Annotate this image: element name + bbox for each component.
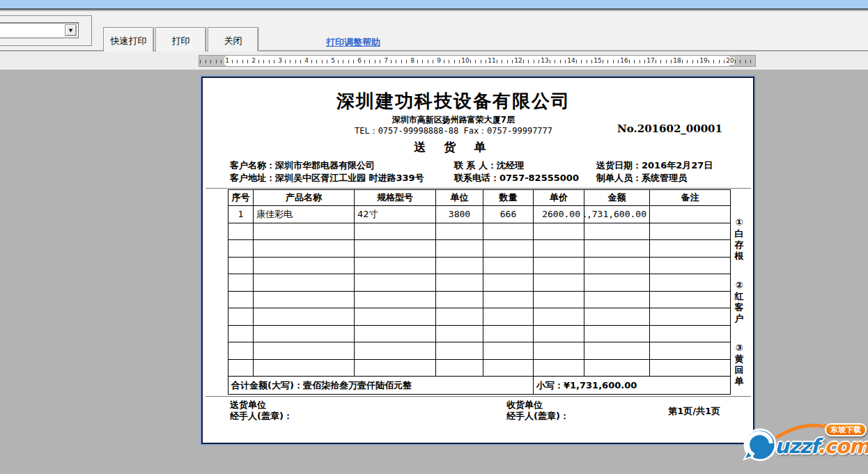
ruler-number: 12 — [513, 57, 522, 65]
table-cell: 1 — [228, 206, 254, 223]
ruler-number: 2 — [251, 57, 256, 65]
ruler-number: 20 — [725, 57, 734, 65]
table-cell — [650, 308, 730, 326]
table-cell — [483, 308, 534, 326]
table-cell — [650, 258, 730, 275]
table-cell — [228, 326, 254, 343]
table-cell — [355, 258, 436, 275]
customer-name: 客户名称：深圳市华郡电器有限公司 — [230, 159, 454, 172]
table-cell — [584, 292, 650, 309]
chevron-down-icon[interactable]: ▼ — [65, 24, 77, 36]
column-header: 单价 — [534, 190, 584, 206]
table-cell — [228, 292, 254, 309]
watermark-badge: 东坡下载 — [825, 423, 867, 436]
table-cell — [534, 308, 584, 326]
form-title: 送 货 单 — [203, 139, 704, 155]
table-cell: 3800 — [436, 206, 483, 223]
table-row — [228, 326, 730, 343]
uzzf-watermark: uzzf.com ✦ 东坡下载 — [740, 423, 867, 464]
table-cell — [254, 326, 355, 343]
watermark-tld: .com — [817, 434, 868, 458]
delivery-note: 深圳建功科技设备有限公司 深圳市高新区扬州路富荣大厦7层 TEL：0757-99… — [201, 77, 754, 444]
table-cell — [483, 223, 534, 241]
table-cell — [355, 292, 436, 309]
table-cell — [355, 342, 436, 360]
customer-info-row: 客户名称：深圳市华郡电器有限公司 联 系 人：沈经理 送货日期：2016年2月2… — [230, 159, 726, 172]
table-cell — [228, 342, 254, 360]
ruler-number: 7 — [383, 57, 389, 65]
table-cell — [534, 342, 584, 360]
table-cell — [534, 223, 584, 241]
toolbar: ▼ 快速打印 打印 关闭 打印调整帮助 — [0, 11, 868, 51]
table-cell — [483, 274, 534, 292]
table-cell — [584, 342, 650, 360]
ruler-number: 4 — [304, 57, 309, 65]
table-cell — [355, 274, 436, 292]
close-button[interactable]: 关闭 — [208, 27, 258, 54]
table-cell — [355, 326, 436, 343]
ruler-number: 5 — [330, 57, 336, 65]
table-cell — [228, 223, 254, 241]
ruler-number: 19 — [699, 57, 708, 65]
order-maker: 制单人员：系统管理员 — [596, 172, 726, 184]
customer-info: 客户名称：深圳市华郡电器有限公司 联 系 人：沈经理 送货日期：2016年2月2… — [230, 159, 726, 184]
table-cell — [355, 360, 436, 377]
table-cell — [534, 240, 584, 258]
table-total-row: 合计金额(大写)：壹佰柒拾叁万壹仟陆佰元整 小写：¥1,731,600.00 — [228, 377, 730, 394]
ruler-number: 8 — [410, 57, 415, 65]
copy-note: ②红客户 — [734, 280, 745, 324]
ruler-number: 17 — [646, 57, 655, 65]
table-cell: 1,731,600.00 — [584, 206, 650, 223]
page-counter: 第1页/共1页 — [668, 405, 720, 418]
receiver-title: 收货单位 — [506, 400, 569, 411]
table-cell — [436, 274, 483, 292]
ruler-number: 1 — [224, 57, 230, 65]
table-cell — [534, 326, 584, 343]
table-cell — [436, 223, 483, 241]
table-cell — [650, 240, 730, 258]
ruler-number: 9 — [436, 57, 442, 65]
ruler-number: 15 — [593, 57, 602, 65]
contact-phone: 联系电话：0757-82555000 — [454, 172, 596, 184]
column-header: 序号 — [228, 190, 254, 206]
table-cell — [483, 292, 534, 309]
table-cell — [254, 223, 355, 241]
column-header: 数量 — [483, 190, 534, 206]
table-cell — [254, 292, 355, 309]
table-cell — [584, 258, 650, 275]
customer-address: 客户地址：深圳吴中区胥江工业园 时进路339号 — [230, 172, 454, 184]
table-row — [228, 308, 730, 326]
table-cell — [534, 292, 584, 309]
ruler-number: 18 — [672, 57, 681, 65]
column-header: 规格型号 — [355, 190, 436, 206]
table-row: 1康佳彩电42寸38006662600.001,731,600.00 — [228, 206, 730, 223]
table-cell — [584, 240, 650, 258]
ruler-number: 13 — [540, 57, 549, 65]
table-cell — [436, 360, 483, 377]
table-cell — [355, 308, 436, 326]
sender-signature-block: 送货单位 经手人(盖章)： — [230, 400, 293, 422]
table-cell — [650, 206, 730, 223]
table-body: 1康佳彩电42寸38006662600.001,731,600.00 — [228, 206, 730, 377]
table-row — [228, 223, 730, 241]
ruler-number: 16 — [619, 57, 628, 65]
table-cell — [254, 240, 355, 258]
table-cell — [254, 258, 355, 275]
table-cell: 42寸 — [355, 206, 436, 223]
receiver-sign-label: 经手人(盖章)： — [506, 411, 569, 422]
print-adjust-help-link[interactable]: 打印调整帮助 — [326, 36, 380, 49]
table-cell — [534, 360, 584, 377]
quick-print-button[interactable]: 快速打印 — [103, 27, 154, 54]
customer-info-row: 客户地址：深圳吴中区胥江工业园 时进路339号 联系电话：0757-825550… — [230, 172, 726, 184]
table-row — [228, 240, 730, 258]
table-cell — [483, 360, 534, 377]
print-button[interactable]: 打印 — [155, 27, 206, 54]
table-cell — [228, 240, 254, 258]
table-cell — [436, 258, 483, 275]
copy-notes: ①白存根②红客户③黄回单 — [734, 217, 746, 387]
print-preview-window: ▼ 快速打印 打印 关闭 打印调整帮助 12345678910111213141… — [0, 0, 868, 474]
table-cell — [228, 258, 254, 275]
watermark-site-name: uzzf — [775, 434, 817, 458]
printer-select[interactable]: ▼ — [0, 22, 79, 38]
table-cell — [254, 360, 355, 377]
